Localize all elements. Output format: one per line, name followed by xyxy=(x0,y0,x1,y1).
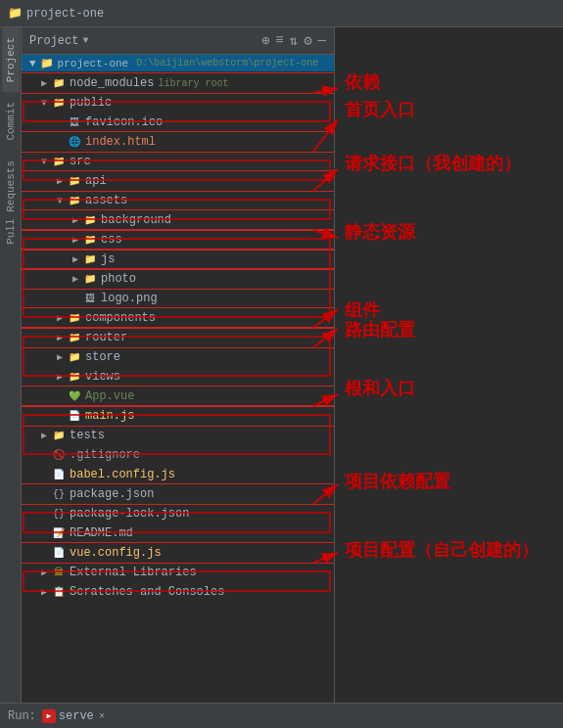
annotation-root_entry: 根和入口 xyxy=(345,377,415,400)
file-name-views: views xyxy=(85,370,120,384)
file-name-scratches: Scratches and Consoles xyxy=(70,585,224,599)
file-name-store: store xyxy=(85,350,120,364)
file-icon-photo: 📁 xyxy=(82,272,98,286)
file-icon-vue_config: 📄 xyxy=(51,546,67,560)
file-icon-views: 📁 xyxy=(67,370,82,384)
tree-item-assets[interactable]: ▼📁assets xyxy=(22,191,334,210)
file-icon-babel: 📄 xyxy=(51,468,67,481)
tree-item-package_lock[interactable]: {}package-lock.json xyxy=(22,504,334,523)
arrow-node_modules: ▶ xyxy=(37,77,51,89)
file-name-router: router xyxy=(85,331,127,344)
tree-item-node_modules[interactable]: ▶📁node_moduleslibrary root xyxy=(22,73,334,93)
tab-commit[interactable]: Commit xyxy=(2,92,20,151)
minimize-icon[interactable]: — xyxy=(318,32,326,49)
arrow-js: ▶ xyxy=(69,253,82,265)
arrow-src: ▼ xyxy=(37,157,51,167)
tree-item-store[interactable]: ▶📁store xyxy=(22,347,334,367)
tree-item-logo_png[interactable]: 🖼logo.png xyxy=(22,289,334,308)
file-icon-src: 📁 xyxy=(51,155,67,168)
file-icon-package_json: {} xyxy=(51,487,67,501)
panel-header-icons: ⊕ ≡ ⇅ ⚙ — xyxy=(261,32,326,49)
arrow-photo: ▶ xyxy=(69,273,82,285)
file-name-index_html: index.html xyxy=(85,135,156,149)
tree-item-src[interactable]: ▼📁src xyxy=(22,152,334,171)
tree-item-background[interactable]: ▶📁background xyxy=(22,210,334,230)
annotation-api_note: 请求接口（我创建的） xyxy=(345,152,521,175)
annotation-proj_config: 项目配置（自己创建的） xyxy=(345,538,539,562)
file-icon-css: 📁 xyxy=(82,233,98,247)
file-icon-node_modules: 📁 xyxy=(51,76,67,90)
annotations-area: 依赖首页入口请求接口（我创建的）静态资源组件路由配置根和入口项目依赖配置项目配置… xyxy=(335,27,563,703)
tree-item-gitignore[interactable]: 🚫.gitignore xyxy=(22,445,334,465)
left-sidebar-tabs: Project Commit Pull Requests xyxy=(0,27,22,703)
run-label: Run: xyxy=(8,709,36,723)
file-name-readme: README.md xyxy=(70,526,133,540)
file-name-public: public xyxy=(70,96,112,110)
arrow-tests: ▶ xyxy=(37,430,51,441)
file-icon-favicon: 🖼 xyxy=(67,115,82,129)
tree-item-js[interactable]: ▶📁js xyxy=(22,250,334,269)
file-name-css: css xyxy=(101,233,122,247)
run-item-name: serve xyxy=(59,709,94,723)
arrow-background: ▶ xyxy=(69,214,82,226)
tree-item-css[interactable]: ▶📁css xyxy=(22,230,334,250)
tree-item-package_json[interactable]: {}package.json xyxy=(22,484,334,504)
panel-dropdown-icon[interactable]: ▼ xyxy=(82,35,88,46)
annotation-pkg_config: 项目依赖配置 xyxy=(345,470,450,493)
locate-icon[interactable]: ⊕ xyxy=(261,32,269,49)
arrow-scratches: ▶ xyxy=(37,586,51,598)
annotation-router_note: 路由配置 xyxy=(345,318,415,341)
file-name-babel: babel.config.js xyxy=(70,468,175,481)
tab-pull-requests[interactable]: Pull Requests xyxy=(2,151,20,254)
tree-item-favicon[interactable]: 🖼favicon.ico xyxy=(22,113,334,132)
tree-item-babel[interactable]: 📄babel.config.js xyxy=(22,465,334,484)
main-layout: Project Commit Pull Requests Project ▼ ⊕… xyxy=(0,27,563,703)
tree-item-router[interactable]: ▶📁router xyxy=(22,328,334,347)
sort-icon[interactable]: ⇅ xyxy=(290,32,298,49)
tree-item-tests[interactable]: ▶📁tests xyxy=(22,426,334,445)
tree-item-public[interactable]: ▼📁public xyxy=(22,93,334,113)
tree-item-components[interactable]: ▶📁components xyxy=(22,308,334,328)
tree-item-scratches[interactable]: ▶📋Scratches and Consoles xyxy=(22,582,334,602)
tree-item-vue_config[interactable]: 📄vue.config.js xyxy=(22,543,334,563)
file-icon-components: 📁 xyxy=(67,311,82,325)
lib-root-tag-node_modules: library root xyxy=(158,78,228,89)
project-root-row[interactable]: ▼ 📁 project-one D:\baijian\webstorm\proj… xyxy=(22,55,334,71)
bottom-bar: Run: ▶ serve × xyxy=(0,703,563,728)
file-name-background: background xyxy=(101,213,171,227)
annotation-homepage: 首页入口 xyxy=(345,98,415,121)
project-folder-icon: 📁 xyxy=(40,57,54,69)
file-icon-app_vue: 💚 xyxy=(67,389,82,403)
tree-item-views[interactable]: ▶📁views xyxy=(22,367,334,387)
arrow-public: ▼ xyxy=(37,98,51,109)
tree-item-index_html[interactable]: 🌐index.html xyxy=(22,132,334,152)
tree-item-app_vue[interactable]: 💚App.vue xyxy=(22,387,334,406)
tree-item-api[interactable]: ▶📁api xyxy=(22,171,334,191)
file-name-js: js xyxy=(101,252,115,266)
file-icon-package_lock: {} xyxy=(51,507,67,521)
file-icon-assets: 📁 xyxy=(67,194,82,207)
close-run-button[interactable]: × xyxy=(99,710,106,722)
tree-item-readme[interactable]: 📝README.md xyxy=(22,523,334,543)
run-icon: ▶ xyxy=(42,709,56,723)
file-name-assets: assets xyxy=(85,194,127,207)
tab-project[interactable]: Project xyxy=(2,27,20,92)
arrow-assets: ▼ xyxy=(53,196,67,206)
file-icon-index_html: 🌐 xyxy=(67,135,82,149)
tree-item-photo[interactable]: ▶📁photo xyxy=(22,269,334,289)
tree-item-main_js[interactable]: 📄main.js xyxy=(22,406,334,426)
panel-title[interactable]: Project xyxy=(29,34,78,48)
run-item[interactable]: ▶ serve × xyxy=(42,709,106,723)
project-path: D:\baijian\webstorm\project-one xyxy=(136,58,318,68)
collapse-icon[interactable]: ≡ xyxy=(275,32,283,49)
file-icon-public: 📁 xyxy=(51,96,67,110)
tree-item-ext_libs[interactable]: ▶🏛External Libraries xyxy=(22,563,334,582)
file-icon-tests: 📁 xyxy=(51,429,67,442)
file-name-app_vue: App.vue xyxy=(85,389,134,403)
file-icon-main_js: 📄 xyxy=(67,409,82,423)
file-icon-readme: 📝 xyxy=(51,526,67,540)
settings-icon[interactable]: ⚙ xyxy=(304,32,311,49)
file-icon-scratches: 📋 xyxy=(51,585,67,599)
file-icon-background: 📁 xyxy=(82,213,98,227)
arrow-ext_libs: ▶ xyxy=(37,567,51,578)
